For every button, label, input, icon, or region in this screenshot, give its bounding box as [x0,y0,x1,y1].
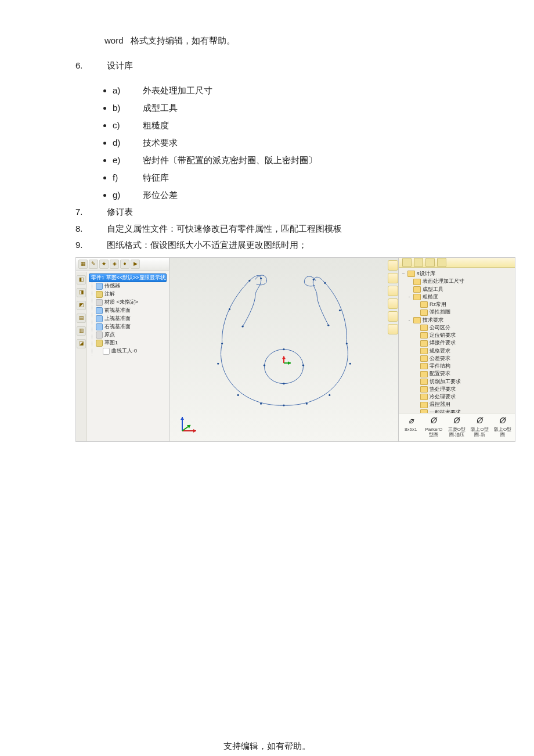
item-number: 8. [75,221,92,237]
item-text: 自定义属性文件：可快速修改已有零件属性，匹配工程图模板 [107,221,342,237]
sketch-figure [169,258,398,438]
svg-point-6 [346,343,348,344]
thumbnail-item[interactable]: ⌀8x6x1 [401,416,421,439]
item-number: 9. [75,237,92,254]
library-tree-node[interactable]: 成型工具 [401,286,513,293]
item-number: 7. [75,204,92,221]
svg-marker-30 [193,429,196,433]
svg-point-15 [327,324,329,326]
svg-point-7 [237,394,239,395]
origin-icon [277,356,291,372]
library-toolbar-icon[interactable] [437,258,446,267]
item-number: 6. [75,57,92,74]
side-tab-icon[interactable]: ◧ [77,275,86,285]
sub-list-item: c) 粗糙度 [113,117,459,134]
side-tab-icon[interactable]: ▥ [77,326,86,336]
thumbnail-item[interactable]: ØParkerO型圈 [424,416,444,439]
svg-point-20 [260,402,262,404]
library-tree-node[interactable]: 公差要求 [401,355,513,362]
side-tab-icon[interactable]: ◨ [77,288,86,297]
library-tree-node[interactable]: 定位销要求 [401,332,513,339]
design-library-panel: −s设计库 表面处理加工尺寸成型工具-粗糙度Rz常用弹性挡圈-技术要求公司区分定… [398,258,515,441]
feature-tree-toolbar: ▦ ✎ ★ ◈ ● ▶ [76,258,169,271]
library-tree-node[interactable]: 规格要求 [401,347,513,355]
library-tree-node[interactable]: -粗糙度 [401,293,513,301]
library-tree-node[interactable]: 冷处理要求 [401,393,513,401]
tree-root-highlight[interactable]: 零件1 草图<<默认>>显眼显示状态 [89,273,167,282]
side-tabs: ◧ ◨ ◩ ▤ ▥ ◪ [76,272,87,441]
thumbnail-item[interactable]: Ø阪上O型圈 [493,416,513,439]
toolbar-icon[interactable]: ▶ [131,260,140,269]
svg-marker-25 [288,361,291,365]
tree-node[interactable]: 右视基准面 [96,323,167,331]
svg-point-10 [248,279,250,281]
document-page: word 格式支持编辑，如有帮助。 6. 设计库 a) 外表处理加工尺寸 b) … [0,0,534,756]
library-tree-node[interactable]: 一般技术要求 [401,409,513,413]
library-tree-node[interactable]: 零件结构 [401,362,513,370]
tree-node[interactable]: 上视基准面 [96,315,167,323]
library-tree-root[interactable]: −s设计库 [401,270,513,278]
library-tree-node[interactable]: 焊接件要求 [401,339,513,347]
library-tree-node[interactable]: Rz常用 [401,301,513,308]
embedded-screenshot: ▦ ✎ ★ ◈ ● ▶ ◧ ◨ ◩ ▤ ▥ ◪ 零件1 草图<<默认>>显眼显示… [75,257,515,442]
svg-point-18 [217,362,219,364]
svg-point-13 [313,278,315,280]
library-tree-node[interactable]: 配置要求 [401,370,513,377]
svg-point-2 [302,364,304,366]
sub-list-item: f) 特征库 [113,169,459,186]
feature-tree: 零件1 草图<<默认>>显眼显示状态 传感器 注解 材质 <未指定> 前视基准面… [86,271,169,358]
toolbar-icon[interactable]: ★ [99,260,109,269]
top-note-prefix: word [104,35,124,45]
svg-point-4 [283,383,284,384]
library-toolbar-icon[interactable] [425,258,435,267]
library-toolbar-icon[interactable] [402,258,412,267]
library-tree-node[interactable]: 温控器用 [401,401,513,408]
toolbar-icon[interactable]: ● [120,260,129,269]
svg-point-19 [349,362,351,364]
spacer [75,74,459,81]
sub-list: a) 外表处理加工尺寸 b) 成型工具 c) 粗糙度 d) 技术要求 e) 密封… [75,82,459,204]
tree-node[interactable]: 注解 [96,290,167,298]
sub-list-item: a) 外表处理加工尺寸 [113,82,459,99]
feature-tree-panel: ▦ ✎ ★ ◈ ● ▶ ◧ ◨ ◩ ▤ ▥ ◪ 零件1 草图<<默认>>显眼显示… [76,258,169,441]
side-tab-icon[interactable]: ▤ [77,314,86,323]
library-tree-node[interactable]: -技术要求 [401,316,513,324]
toolbar-icon[interactable]: ▦ [78,260,88,269]
svg-point-8 [329,394,330,395]
library-toolbar [399,258,515,268]
library-toolbar-icon[interactable] [414,258,423,267]
tree-node[interactable]: 传感器 [96,282,167,290]
list-item-8: 8. 自定义属性文件：可快速修改已有零件属性，匹配工程图模板 [75,221,459,237]
sketch-canvas[interactable] [169,258,398,441]
item-text: 设计库 [107,57,133,74]
library-tree-node[interactable]: 公司区分 [401,324,513,332]
svg-point-1 [283,348,284,350]
tree-node[interactable]: 曲线工人-0 [96,347,167,355]
thumbnail-item[interactable]: Ø三菱O型圈-油压 [447,416,467,439]
view-triad-icon [179,413,200,434]
svg-point-14 [241,325,243,327]
tree-node[interactable]: 草图1 [96,339,167,347]
library-tree-node[interactable]: 表面处理加工尺寸 [401,278,513,285]
tree-node[interactable]: 前视基准面 [96,307,167,315]
list-item-9: 9. 图纸格式：假设图纸大小不适宜进展更改图纸时用； [75,237,459,254]
svg-point-9 [283,404,284,406]
side-tab-icon[interactable]: ◪ [77,339,86,348]
toolbar-icon[interactable]: ✎ [89,260,98,269]
library-tree-node[interactable]: 切削加工要求 [401,378,513,386]
sub-list-item: g) 形位公差 [113,186,459,204]
svg-point-16 [229,308,230,310]
tree-node[interactable]: 原点 [96,331,167,339]
list-item-7: 7. 修订表 [75,204,459,221]
library-tree-node[interactable]: 弹性挡圈 [401,308,513,316]
svg-point-11 [260,277,262,279]
library-thumbnails: ⌀8x6x1 ØParkerO型圈 Ø三菱O型圈-油压 Ø阪上O型圈-新 Ø阪上… [399,413,515,441]
library-tree-node[interactable]: 热处理要求 [401,386,513,393]
thumbnail-item[interactable]: Ø阪上O型圈-新 [470,416,490,439]
tree-node[interactable]: 材质 <未指定> [96,298,167,307]
toolbar-icon[interactable]: ◈ [110,260,119,269]
top-note: word 格式支持编辑，如有帮助。 [104,33,459,49]
side-tab-icon[interactable]: ◩ [77,301,86,310]
svg-marker-24 [282,356,286,359]
item-text: 图纸格式：假设图纸大小不适宜进展更改图纸时用； [107,237,307,254]
